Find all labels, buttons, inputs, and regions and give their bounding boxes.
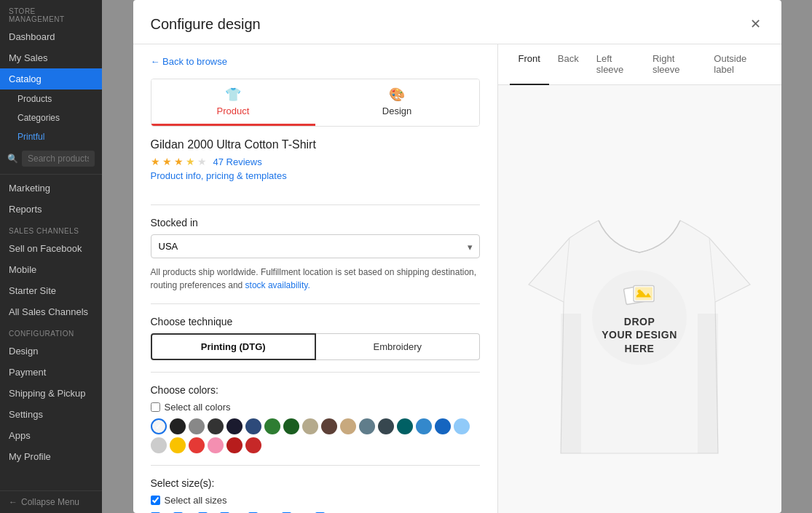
color-swatch-crimson[interactable] <box>245 437 261 453</box>
sidebar-item-shipping-pickup[interactable]: Shipping & Pickup <box>0 383 102 404</box>
color-swatch-blue[interactable] <box>245 418 261 434</box>
star-3: ★ <box>174 156 184 167</box>
design-tab-label: Design <box>382 106 411 116</box>
sidebar-item-sell-on-facebook[interactable]: Sell on Facebook <box>0 238 102 259</box>
product-tab-label: Product <box>217 106 250 116</box>
store-management-label: Store management <box>0 0 102 26</box>
color-swatch-white[interactable] <box>151 418 167 434</box>
design-tab-icon: 🎨 <box>389 87 405 103</box>
view-tab-back[interactable]: Back <box>549 44 588 85</box>
select-all-sizes-row: Select all sizes <box>151 495 480 506</box>
color-swatch-silver[interactable] <box>151 437 167 453</box>
color-swatch-red-orange[interactable] <box>189 437 205 453</box>
close-button[interactable]: ✕ <box>747 13 764 35</box>
select-all-colors-label: Select all colors <box>165 402 231 413</box>
color-swatch-brown[interactable] <box>321 418 337 434</box>
stocked-note: All products ship worldwide. Fulfillment… <box>151 266 480 292</box>
product-name: Gildan 2000 Ultra Cotton T-Shirt <box>151 138 480 151</box>
color-swatch-navy[interactable] <box>226 418 243 434</box>
sidebar-item-my-profile[interactable]: My Profile <box>0 446 102 467</box>
tab-product[interactable]: 👕 Product <box>151 79 315 126</box>
sidebar-item-all-sales-channels[interactable]: All Sales Channels <box>0 301 102 322</box>
sidebar-item-dashboard[interactable]: Dashboard <box>0 26 102 47</box>
technique-embroidery[interactable]: Embroidery <box>316 333 480 360</box>
tshirt-svg <box>523 168 756 471</box>
sidebar-item-settings[interactable]: Settings <box>0 404 102 425</box>
configure-design-modal: Configure design ✕ ← Back to browse 👕 Pr… <box>133 0 781 513</box>
select-all-colors-checkbox[interactable] <box>151 402 160 412</box>
color-swatch-dark-green[interactable] <box>283 418 299 434</box>
product-info-link[interactable]: Product info, pricing & templates <box>151 170 287 181</box>
sidebar-item-categories[interactable]: Categories <box>0 108 102 127</box>
view-tab-right-sleeve[interactable]: Right sleeve <box>644 44 705 85</box>
sidebar: Store management Dashboard My Sales Cata… <box>0 0 102 513</box>
main-content: Configure design ✕ ← Back to browse 👕 Pr… <box>102 0 812 513</box>
select-all-sizes-checkbox[interactable] <box>151 496 160 505</box>
sidebar-item-marketing[interactable]: Marketing <box>0 178 102 199</box>
select-all-sizes-label: Select all sizes <box>165 495 227 506</box>
modal-left-panel: ← Back to browse 👕 Product 🎨 Design <box>133 44 497 513</box>
color-swatch-steel-blue[interactable] <box>359 418 375 434</box>
stocked-in-label: Stocked in <box>151 217 480 228</box>
view-tab-front[interactable]: Front <box>510 44 549 85</box>
sidebar-item-payment[interactable]: Payment <box>0 362 102 383</box>
color-swatch-royal-blue[interactable] <box>435 418 451 434</box>
stocked-in-select[interactable]: USA Europe Canada <box>151 234 480 258</box>
sidebar-item-starter-site[interactable]: Starter Site <box>0 280 102 301</box>
tshirt-container: DROPYOUR DESIGNHERE <box>498 85 781 513</box>
technique-buttons: Printing (DTG) Embroidery <box>151 333 480 360</box>
star-5: ★ <box>197 156 207 167</box>
select-all-colors-row: Select all colors <box>151 402 480 413</box>
reviews-link[interactable]: 47 Reviews <box>213 156 262 167</box>
star-4: ★ <box>186 156 195 167</box>
divider-3 <box>151 372 480 373</box>
sizes-label: Select size(s): <box>151 477 480 489</box>
color-swatch-pink[interactable] <box>208 437 224 453</box>
product-design-tabs: 👕 Product 🎨 Design <box>151 79 480 127</box>
color-swatch-forest-green[interactable] <box>264 418 280 434</box>
modal-right-panel: FrontBackLeft sleeveRight sleeveOutside … <box>497 44 781 513</box>
configuration-label: Configuration <box>0 322 102 341</box>
search-products-container: 🔍 <box>0 146 102 171</box>
product-rating: ★ ★ ★ ★ ★ 47 Reviews <box>151 156 480 167</box>
modal-header: Configure design ✕ <box>133 0 781 44</box>
sales-channels-label: Sales channels <box>0 220 102 238</box>
collapse-menu-button[interactable]: ← Collapse Menu <box>0 490 102 513</box>
color-swatch-baby-blue[interactable] <box>454 418 470 434</box>
technique-printing-dtg[interactable]: Printing (DTG) <box>151 333 317 360</box>
modal-body: ← Back to browse 👕 Product 🎨 Design <box>133 44 781 513</box>
sidebar-item-my-sales[interactable]: My Sales <box>0 47 102 68</box>
search-icon: 🔍 <box>7 154 18 164</box>
color-grid <box>151 418 480 453</box>
sidebar-item-printful[interactable]: Printful <box>0 127 102 146</box>
color-swatch-teal[interactable] <box>397 418 413 434</box>
view-tab-outside-label[interactable]: Outside label <box>705 44 769 85</box>
color-swatch-maroon[interactable] <box>226 437 243 453</box>
sidebar-item-catalog[interactable]: Catalog <box>0 68 102 90</box>
sidebar-item-reports[interactable]: Reports <box>0 199 102 220</box>
search-products-input[interactable] <box>22 151 95 167</box>
color-swatch-tan[interactable] <box>340 418 356 434</box>
sidebar-item-mobile[interactable]: Mobile <box>0 259 102 280</box>
color-swatch-sand[interactable] <box>302 418 318 434</box>
view-tab-left-sleeve[interactable]: Left sleeve <box>588 44 644 85</box>
back-to-browse-link[interactable]: ← Back to browse <box>151 56 228 67</box>
divider-1 <box>151 204 480 205</box>
stock-availability-link[interactable]: stock availability. <box>245 280 310 290</box>
color-swatch-dark-grey[interactable] <box>189 418 205 434</box>
modal-title: Configure design <box>151 16 261 33</box>
color-swatch-light-blue[interactable] <box>416 418 432 434</box>
star-1: ★ <box>151 156 160 167</box>
technique-label: Choose technique <box>151 316 480 327</box>
color-swatch-charcoal[interactable] <box>208 418 224 434</box>
collapse-icon: ← <box>9 497 17 507</box>
tab-design[interactable]: 🎨 Design <box>315 79 479 126</box>
preview-area: DROPYOUR DESIGNHERE <box>498 85 781 513</box>
color-swatch-dark-steel[interactable] <box>378 418 394 434</box>
color-swatch-black[interactable] <box>170 418 186 434</box>
sidebar-item-apps[interactable]: Apps <box>0 425 102 446</box>
sidebar-item-design[interactable]: Design <box>0 341 102 362</box>
color-swatch-gold[interactable] <box>170 437 186 453</box>
sidebar-item-products[interactable]: Products <box>0 90 102 108</box>
divider-4 <box>151 465 480 466</box>
